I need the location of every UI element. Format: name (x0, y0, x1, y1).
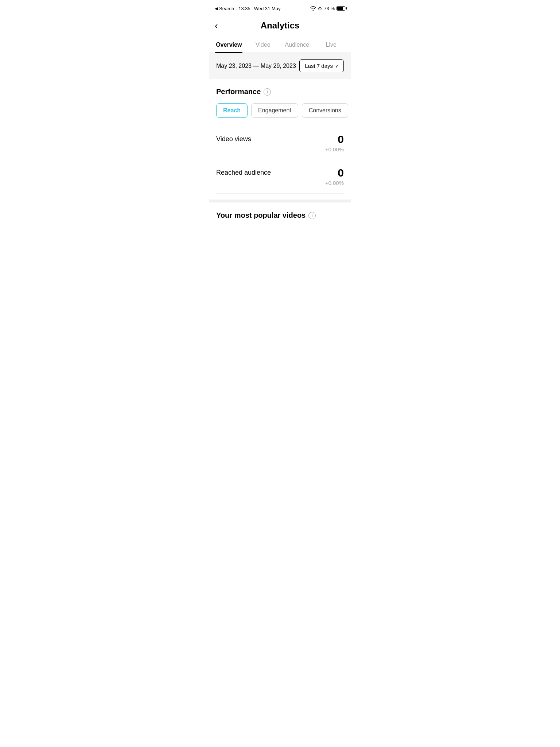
date-range-text: May 23, 2023 — May 29, 2023 (216, 63, 296, 69)
tab-video[interactable]: Video (246, 36, 280, 53)
video-views-row: Video views 0 +0.00% (216, 127, 344, 160)
status-time: 13:35 (238, 6, 250, 11)
reached-audience-change: +0.00% (325, 180, 344, 186)
reached-audience-values: 0 +0.00% (325, 167, 344, 186)
performance-title: Performance i (216, 88, 344, 96)
filter-conversions-button[interactable]: Conversions (302, 103, 348, 118)
tab-audience[interactable]: Audience (280, 36, 314, 53)
popular-videos-info-icon[interactable]: i (308, 212, 316, 219)
status-right: ⊙ 73 % (310, 6, 345, 11)
tab-live[interactable]: Live (314, 36, 349, 53)
section-divider (209, 200, 351, 202)
tab-overview[interactable]: Overview (212, 36, 246, 53)
filter-reach-button[interactable]: Reach (216, 103, 248, 118)
date-range-bar: May 23, 2023 — May 29, 2023 Last 7 days … (209, 53, 351, 79)
popular-videos-title: Your most popular videos i (216, 211, 344, 220)
page-header: ‹ Analytics (209, 16, 351, 36)
video-views-label: Video views (216, 134, 251, 143)
filter-engagement-button[interactable]: Engagement (251, 103, 298, 118)
battery-percent: 73 % (324, 6, 335, 11)
reached-audience-row: Reached audience 0 +0.00% (216, 160, 344, 194)
wifi-icon (310, 6, 316, 11)
status-bar: ◀ Search 13:35 Wed 31 May ⊙ 73 % (209, 0, 351, 16)
chevron-down-icon: ∨ (335, 63, 338, 69)
status-date: Wed 31 May (254, 6, 281, 11)
performance-info-icon[interactable]: i (264, 88, 271, 96)
reached-audience-number: 0 (325, 167, 344, 178)
status-left: ◀ Search 13:35 Wed 31 May (215, 6, 281, 11)
battery-icon (337, 6, 345, 11)
location-icon: ⊙ (318, 6, 322, 11)
carrier-chevron: ◀ (215, 6, 218, 11)
date-range-dropdown[interactable]: Last 7 days ∨ (299, 59, 344, 72)
page-title: Analytics (261, 20, 300, 31)
reached-audience-label: Reached audience (216, 167, 271, 177)
dropdown-label: Last 7 days (305, 63, 333, 69)
back-button[interactable]: ‹ (215, 21, 218, 30)
performance-section: Performance i Reach Engagement Conversio… (209, 79, 351, 194)
filter-buttons: Reach Engagement Conversions (216, 103, 344, 118)
video-views-values: 0 +0.00% (325, 134, 344, 152)
video-views-number: 0 (325, 134, 344, 145)
video-views-change: +0.00% (325, 146, 344, 152)
tab-bar: Overview Video Audience Live (209, 36, 351, 53)
carrier-label: Search (219, 6, 234, 11)
popular-videos-section: Your most popular videos i (209, 202, 351, 228)
